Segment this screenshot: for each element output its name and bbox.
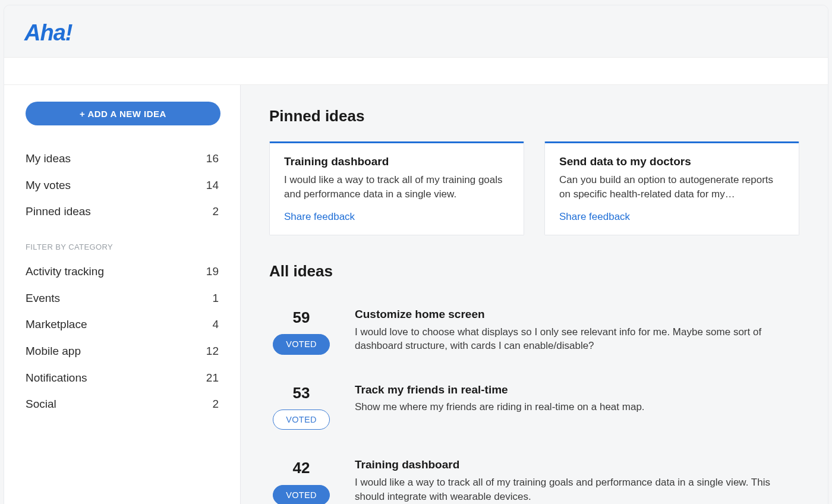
vote-button[interactable]: VOTED bbox=[273, 410, 330, 430]
pinned-idea-card[interactable]: Training dashboard I would like a way to… bbox=[269, 141, 524, 235]
sidebar-item-pinned-ideas[interactable]: Pinned ideas 2 bbox=[26, 199, 222, 225]
category-marketplace[interactable]: Marketplace 4 bbox=[26, 311, 222, 338]
share-feedback-link[interactable]: Share feedback bbox=[559, 211, 630, 222]
idea-description: I would like a way to track all of my tr… bbox=[355, 475, 795, 504]
pinned-idea-body: Can you build an option to autogenerate … bbox=[559, 173, 784, 201]
all-ideas-heading: All ideas bbox=[269, 260, 799, 282]
vote-count: 59 bbox=[269, 307, 333, 328]
category-events[interactable]: Events 1 bbox=[26, 285, 222, 312]
category-activity-tracking[interactable]: Activity tracking 19 bbox=[26, 259, 222, 285]
category-count: 4 bbox=[195, 317, 219, 333]
category-notifications[interactable]: Notifications 21 bbox=[26, 365, 222, 392]
sidebar-item-my-ideas[interactable]: My ideas 16 bbox=[26, 146, 222, 172]
category-social[interactable]: Social 2 bbox=[26, 391, 222, 418]
pinned-idea-card[interactable]: Send data to my doctors Can you build an… bbox=[544, 141, 799, 235]
category-label: Marketplace bbox=[26, 317, 87, 333]
topbar: Aha! bbox=[4, 5, 828, 58]
pinned-idea-title: Training dashboard bbox=[284, 154, 509, 170]
sidebar-nav: My ideas 16 My votes 14 Pinned ideas 2 bbox=[26, 146, 222, 225]
category-count: 2 bbox=[195, 396, 219, 412]
vote-count: 42 bbox=[269, 457, 333, 478]
nav-label: My ideas bbox=[26, 151, 71, 167]
idea-body[interactable]: Track my friends in real-time Show me wh… bbox=[355, 382, 645, 414]
nav-count: 2 bbox=[195, 204, 219, 220]
pinned-idea-title: Send data to my doctors bbox=[559, 154, 784, 170]
pinned-idea-body: I would like a way to track all of my tr… bbox=[284, 173, 509, 201]
idea-row: 42 VOTED Training dashboard I would like… bbox=[269, 446, 799, 504]
category-label: Social bbox=[26, 396, 56, 412]
category-count: 19 bbox=[195, 264, 219, 280]
category-label: Mobile app bbox=[26, 344, 81, 360]
category-mobile-app[interactable]: Mobile app 12 bbox=[26, 338, 222, 365]
category-label: Events bbox=[26, 291, 60, 307]
idea-list: 59 VOTED Customize home screen I would l… bbox=[269, 296, 799, 504]
idea-body[interactable]: Training dashboard I would like a way to… bbox=[355, 457, 795, 503]
idea-title: Customize home screen bbox=[355, 307, 795, 323]
category-list: Activity tracking 19 Events 1 Marketplac… bbox=[26, 259, 222, 418]
idea-description: I would love to choose what displays so … bbox=[355, 325, 795, 354]
category-count: 21 bbox=[195, 370, 219, 386]
nav-count: 16 bbox=[195, 151, 219, 167]
sidebar-item-my-votes[interactable]: My votes 14 bbox=[26, 172, 222, 199]
idea-description: Show me where my friends are riding in r… bbox=[355, 400, 645, 414]
sub-navbar bbox=[4, 58, 828, 85]
nav-count: 14 bbox=[195, 178, 219, 194]
idea-title: Training dashboard bbox=[355, 457, 795, 473]
category-count: 1 bbox=[195, 291, 219, 307]
category-label: Activity tracking bbox=[26, 264, 104, 280]
vote-button[interactable]: VOTED bbox=[273, 334, 330, 354]
category-label: Notifications bbox=[26, 370, 87, 386]
idea-row: 53 VOTED Track my friends in real-time S… bbox=[269, 371, 799, 447]
vote-button[interactable]: VOTED bbox=[273, 485, 330, 504]
idea-title: Track my friends in real-time bbox=[355, 382, 645, 398]
add-idea-button[interactable]: + ADD A NEW IDEA bbox=[26, 102, 220, 125]
share-feedback-link[interactable]: Share feedback bbox=[284, 211, 355, 222]
category-count: 12 bbox=[195, 344, 219, 360]
sidebar: + ADD A NEW IDEA My ideas 16 My votes 14… bbox=[4, 85, 241, 504]
app-logo: Aha! bbox=[24, 20, 72, 45]
filter-heading: FILTER BY CATEGORY bbox=[26, 242, 222, 253]
main-content: Pinned ideas Training dashboard I would … bbox=[241, 85, 828, 504]
nav-label: Pinned ideas bbox=[26, 204, 91, 220]
vote-column: 42 VOTED bbox=[269, 457, 333, 504]
idea-body[interactable]: Customize home screen I would love to ch… bbox=[355, 307, 795, 353]
pinned-ideas-heading: Pinned ideas bbox=[269, 105, 799, 127]
pinned-ideas-list: Training dashboard I would like a way to… bbox=[269, 141, 799, 235]
idea-row: 59 VOTED Customize home screen I would l… bbox=[269, 296, 799, 371]
vote-column: 53 VOTED bbox=[269, 382, 333, 430]
nav-label: My votes bbox=[26, 178, 71, 194]
vote-count: 53 bbox=[269, 382, 333, 404]
vote-column: 59 VOTED bbox=[269, 307, 333, 355]
